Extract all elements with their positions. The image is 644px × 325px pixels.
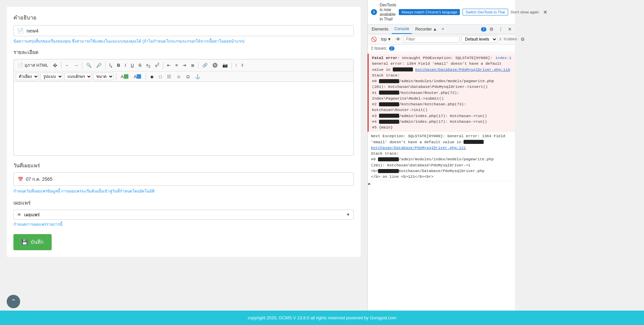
special2-btn[interactable]: □ — [157, 73, 164, 80]
status-section: เผยแพร่ 👁 เผยแพร่ ไม่เผยแพร่ ▼ กำหนดการเ… — [13, 199, 354, 227]
console-filter-input[interactable] — [403, 36, 460, 43]
issues-badge: 2 — [389, 46, 394, 51]
error-link-2[interactable]: Kotchasan/Database/PdoMysqlDriver.php:12… — [371, 146, 466, 150]
replace-btn[interactable]: 🔎 — [94, 62, 104, 69]
index-ref-1: index:1 — [495, 55, 512, 61]
devtools-console-content[interactable]: index:1 Fatal error: Uncaught PDOExcepti… — [368, 52, 515, 311]
console-settings-btn[interactable]: ⚙ — [519, 36, 527, 43]
console-entry-2: Next Exception: SQLSTATE[HY000]: General… — [368, 132, 515, 181]
title-input[interactable] — [26, 28, 350, 34]
table-btn[interactable]: ☷ — [165, 73, 173, 80]
detail-label: รายละเอียด — [13, 48, 354, 56]
tab-recorder[interactable]: Recorder ▲ — [413, 25, 440, 34]
ul-btn[interactable]: ⁝ — [233, 62, 239, 69]
format-select[interactable]: รูปแบบ — [40, 73, 63, 80]
fullscreen-btn[interactable]: ⧾ — [51, 62, 59, 69]
error-text-2: Next Exception: SQLSTATE[HY000]: General… — [371, 134, 505, 150]
redacted-4 — [379, 102, 399, 106]
tab-console[interactable]: Console — [392, 24, 412, 34]
bold-btn[interactable]: B — [115, 62, 122, 69]
align-left-btn[interactable]: ⇤ — [165, 62, 173, 69]
style-select[interactable]: ตัวเอียง — [16, 73, 39, 80]
status-hint: กำหนดการเผยแพร่รายการนี้ — [13, 221, 354, 227]
status-select-wrap: 👁 เผยแพร่ ไม่เผยแพร่ ▼ — [13, 210, 354, 220]
redacted-2 — [379, 79, 399, 83]
sep2 — [82, 62, 83, 69]
date-input-wrap[interactable]: 📅 07 ก.ค. 2565 — [13, 172, 354, 186]
stack-trace-1: Stack trace: #0 /admin/modules/index/mod… — [372, 73, 494, 129]
eye-console-btn[interactable]: 👁 — [395, 36, 401, 43]
error-text-1: Fatal error: Uncaught PDOException: SQLS… — [372, 56, 510, 72]
bg-color-btn[interactable]: A — [132, 73, 144, 80]
toolbar-row2: ตัวเอียง รูปแบบ แบบอักษร ขนาด A — [14, 71, 354, 82]
clear-format-btn[interactable]: Ix — [107, 61, 114, 69]
redacted-1 — [393, 67, 413, 71]
redacted-6 — [379, 120, 399, 124]
title-section: คำอธิบาย 📄 ข้อความสรุปสั้นๆของเรื่องของค… — [13, 13, 354, 44]
toolbar-row1: 📄 อุภาส HTML ⧾ ← → 🔍 🔎 Ix B I — [14, 59, 354, 71]
publish-date-section: วันที่เผยแพร่ 📅 07 ก.ค. 2565 กำหนดวันที่… — [13, 162, 354, 194]
ol-btn[interactable]: ℓ — [239, 62, 245, 69]
calendar-icon: 📅 — [18, 177, 23, 182]
error-link-1[interactable]: Kotchasan/Database/PdoMysqlDriver.php:11… — [415, 67, 510, 72]
stack-trace-2: Stack trace: #0 /admin/modules/index/mod… — [371, 151, 494, 179]
settings-btn[interactable]: ⚙ — [488, 25, 495, 33]
close-devtools-btn[interactable]: ✕ — [506, 25, 514, 33]
error-badge: 2 — [481, 27, 486, 32]
align-right-btn[interactable]: ⇥ — [180, 62, 188, 69]
unlink-btn[interactable]: 🔘 — [210, 62, 220, 69]
superscript-btn[interactable]: x2 — [153, 61, 161, 69]
strike-btn[interactable]: S — [137, 62, 144, 69]
expand-arrow[interactable]: ► — [368, 181, 515, 187]
search-btn[interactable]: 🔍 — [84, 62, 94, 69]
link-btn[interactable]: 🔗 — [200, 62, 210, 69]
status-select[interactable]: เผยแพร่ ไม่เผยแพร่ — [24, 212, 346, 217]
save-label: บันทึก — [31, 238, 44, 246]
undo-btn[interactable]: ← — [63, 62, 71, 69]
editor-toolbar: 📄 อุภาส HTML ⧾ ← → 🔍 🔎 Ix B I — [13, 59, 354, 82]
align-center-btn[interactable]: ≡ — [173, 62, 180, 69]
eye-icon: 👁 — [17, 212, 21, 217]
tab-elements-label: Elements — [372, 27, 388, 32]
devtools-notification: i DevTools is now available in Thai! Alw… — [368, 0, 515, 24]
clear-console-btn[interactable]: 🚫 — [370, 36, 377, 43]
tab-elements[interactable]: Elements — [369, 25, 391, 34]
italic-btn[interactable]: I — [123, 62, 128, 69]
console-level-select[interactable]: Default levels Verbose Info Warnings Err… — [462, 36, 497, 43]
sep7 — [116, 73, 116, 80]
publish-date-hint: กำหนดวันที่เผยแพร่ข้อมูลนี้ การเผยแพร่จะ… — [13, 188, 354, 194]
match-language-btn[interactable]: Always match Chrome's language — [399, 9, 460, 15]
switch-language-btn[interactable]: Switch DevTools to Thai — [463, 9, 508, 15]
save-button[interactable]: 💾 บันทึก — [13, 234, 52, 250]
special-char-btn[interactable]: Ω — [184, 73, 192, 80]
sep4 — [163, 62, 163, 69]
subscript-btn[interactable]: x2 — [144, 61, 153, 69]
vertical-dots-btn[interactable]: ⋮ — [497, 25, 505, 33]
top-chevron-icon: ▼ — [387, 37, 391, 42]
redo-btn[interactable]: → — [72, 62, 80, 69]
file-icon: 📄 — [17, 28, 24, 34]
top-label: top — [381, 37, 387, 42]
align-justify-btn[interactable]: ≣ — [189, 62, 197, 69]
dont-show-btn[interactable]: Don't show again — [511, 10, 539, 14]
image-btn[interactable]: 📷 — [220, 62, 230, 69]
save-icon: 💾 — [21, 239, 28, 245]
scroll-top-btn[interactable]: ⌃ — [7, 295, 20, 308]
emoji-btn[interactable]: ☺ — [174, 73, 183, 80]
more-tabs-btn[interactable]: » — [440, 25, 445, 34]
special1-btn[interactable]: ◆ — [148, 73, 156, 80]
font-select[interactable]: แบบอักษร — [64, 73, 92, 80]
anchor-btn[interactable]: ⚓ — [193, 73, 202, 80]
tab-console-label: Console — [394, 26, 409, 31]
top-dropdown[interactable]: top ▼ — [379, 36, 393, 43]
chevron-down-icon: ▼ — [346, 212, 350, 217]
title-label: คำอธิบาย — [13, 13, 354, 22]
notification-close-btn[interactable]: ✕ — [542, 9, 549, 15]
redacted-3 — [379, 91, 399, 95]
size-select[interactable]: ขนาด — [93, 73, 114, 80]
issues-label: 2 Issues: — [371, 46, 387, 51]
font-color-btn[interactable]: A — [119, 73, 130, 80]
source-btn[interactable]: 📄 อุภาส HTML — [16, 61, 50, 70]
underline-btn[interactable]: U — [129, 62, 136, 69]
editor-body[interactable] — [13, 82, 354, 156]
